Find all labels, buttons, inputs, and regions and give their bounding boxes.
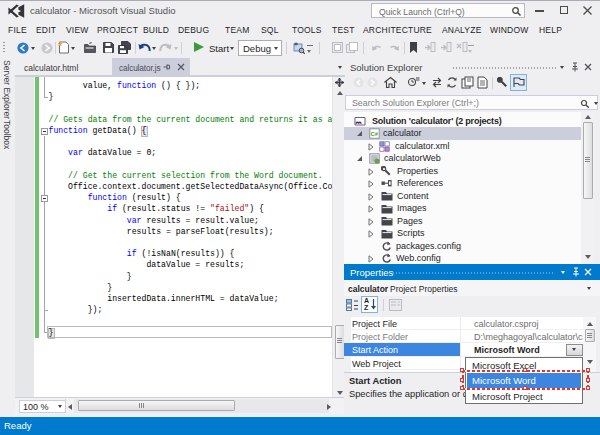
svg-text:C#: C# bbox=[371, 131, 379, 137]
